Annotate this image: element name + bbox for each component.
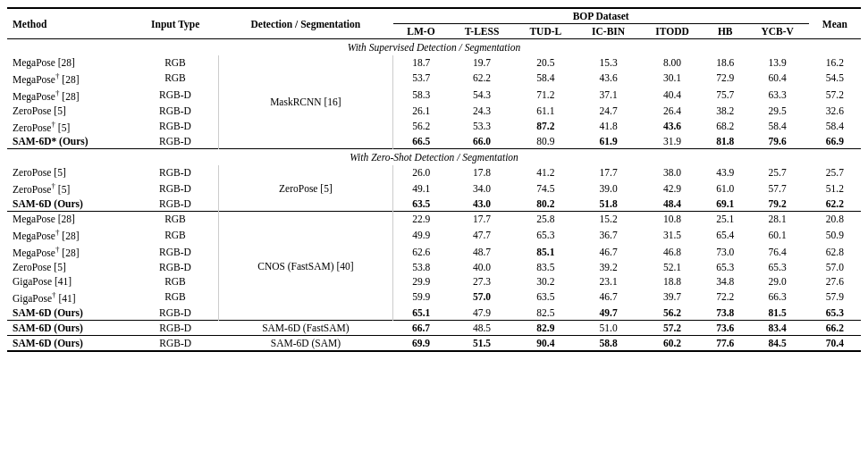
itodd-cell: 48.4 — [640, 197, 704, 212]
itodd-cell: 10.8 — [640, 212, 704, 227]
mean-cell: 70.4 — [809, 335, 861, 351]
tless-cell: 47.7 — [449, 226, 514, 243]
mean-cell: 32.6 — [809, 104, 861, 118]
detection-cell: SAM-6D (FastSAM) — [218, 320, 392, 335]
icbin-cell: 23.1 — [577, 274, 640, 289]
icbin-cell: 15.3 — [577, 55, 640, 70]
tudl-cell: 85.1 — [515, 243, 577, 260]
hb-cell: 81.8 — [704, 134, 746, 149]
table-row: GigaPose† [41] RGB 59.9 57.0 63.5 46.7 3… — [7, 289, 861, 306]
icbin-cell: 41.8 — [577, 118, 640, 135]
ycbv-cell: 13.9 — [746, 55, 809, 70]
tless-cell: 24.3 — [449, 104, 514, 118]
method-cell: MegaPose [28] — [7, 55, 132, 70]
method-cell: MegaPose† [28] — [7, 226, 132, 243]
method-cell: ZeroPose† [5] — [7, 180, 132, 197]
ycbv-cell: 60.1 — [746, 226, 809, 243]
ycbv-cell: 29.5 — [746, 104, 809, 118]
icbin-cell: 39.0 — [577, 180, 640, 197]
hb-cell: 72.9 — [704, 70, 746, 87]
itodd-cell: 18.8 — [640, 274, 704, 289]
hb-cell: 73.8 — [704, 306, 746, 321]
tudl-cell: 87.2 — [515, 118, 577, 135]
ycbv-header: YCB-V — [746, 24, 809, 39]
ycbv-cell: 66.3 — [746, 289, 809, 306]
icbin-cell: 46.7 — [577, 289, 640, 306]
lmo-cell: 69.9 — [393, 335, 450, 351]
itodd-cell: 56.2 — [640, 306, 704, 321]
detection-cell: MaskRCNN [16] — [218, 55, 392, 149]
hb-cell: 43.9 — [704, 165, 746, 180]
mean-cell: 54.5 — [809, 70, 861, 87]
ycbv-cell: 79.6 — [746, 134, 809, 149]
hb-cell: 61.0 — [704, 180, 746, 197]
tless-cell: 19.7 — [449, 55, 514, 70]
tless-cell: 34.0 — [449, 180, 514, 197]
mean-cell: 57.9 — [809, 289, 861, 306]
mean-cell: 57.0 — [809, 260, 861, 274]
tudl-cell: 20.5 — [515, 55, 577, 70]
hb-cell: 73.0 — [704, 243, 746, 260]
ycbv-cell: 83.4 — [746, 320, 809, 335]
input-cell: RGB-D — [132, 134, 218, 149]
tudl-cell: 63.5 — [515, 289, 577, 306]
mean-cell: 16.2 — [809, 55, 861, 70]
method-cell: SAM-6D (Ours) — [7, 320, 132, 335]
icbin-cell: 43.6 — [577, 70, 640, 87]
method-cell: ZeroPose [5] — [7, 165, 132, 180]
table-row: ZeroPose [5] RGB-D 26.1 24.3 61.1 24.7 2… — [7, 104, 861, 118]
method-cell: SAM-6D* (Ours) — [7, 134, 132, 149]
mean-cell: 66.2 — [809, 320, 861, 335]
method-cell: MegaPose† [28] — [7, 243, 132, 260]
detection-cell: CNOS (FastSAM) [40] — [218, 212, 392, 320]
mean-cell: 25.7 — [809, 165, 861, 180]
input-cell: RGB-D — [132, 243, 218, 260]
lmo-cell: 62.6 — [393, 243, 450, 260]
table-row: MegaPose† [28] RGB 53.7 62.2 58.4 43.6 3… — [7, 70, 861, 87]
mean-cell: 62.8 — [809, 243, 861, 260]
icbin-cell: 49.7 — [577, 306, 640, 321]
hb-cell: 25.1 — [704, 212, 746, 227]
tudl-cell: 41.2 — [515, 165, 577, 180]
tless-cell: 17.8 — [449, 165, 514, 180]
mean-cell: 51.2 — [809, 180, 861, 197]
tudl-cell: 58.4 — [515, 70, 577, 87]
mean-cell: 62.2 — [809, 197, 861, 212]
itodd-cell: 42.9 — [640, 180, 704, 197]
table-row: ZeroPose [5] RGB-D 53.8 40.0 83.5 39.2 5… — [7, 260, 861, 274]
input-cell: RGB-D — [132, 320, 218, 335]
tless-cell: 27.3 — [449, 274, 514, 289]
ycbv-cell: 29.0 — [746, 274, 809, 289]
input-cell: RGB-D — [132, 118, 218, 135]
lmo-cell: 53.8 — [393, 260, 450, 274]
section-header-zeroshot: With Zero-Shot Detection / Segmentation — [7, 149, 861, 166]
mean-cell: 27.6 — [809, 274, 861, 289]
table-row: MegaPose [28] RGB MaskRCNN [16] 18.7 19.… — [7, 55, 861, 70]
tudl-header: TUD-L — [515, 24, 577, 39]
method-cell: ZeroPose [5] — [7, 260, 132, 274]
itodd-cell: 30.1 — [640, 70, 704, 87]
lmo-cell: 66.7 — [393, 320, 450, 335]
method-cell: SAM-6D (Ours) — [7, 335, 132, 351]
icbin-cell: 61.9 — [577, 134, 640, 149]
table-row: MegaPose† [28] RGB-D 58.3 54.3 71.2 37.1… — [7, 87, 861, 104]
section-header-supervised: With Supervised Detection / Segmentation — [7, 39, 861, 56]
tless-cell: 40.0 — [449, 260, 514, 274]
ycbv-cell: 58.4 — [746, 118, 809, 135]
icbin-cell: 24.7 — [577, 104, 640, 118]
lmo-cell: 26.1 — [393, 104, 450, 118]
header-row: Method Input Type Detection / Segmentati… — [7, 8, 861, 24]
tless-cell: 54.3 — [449, 87, 514, 104]
tudl-cell: 30.2 — [515, 274, 577, 289]
icbin-cell: 39.2 — [577, 260, 640, 274]
ycbv-cell: 79.2 — [746, 197, 809, 212]
method-cell: GigaPose [41] — [7, 274, 132, 289]
mean-cell: 50.9 — [809, 226, 861, 243]
table-row: ZeroPose† [5] RGB-D 49.1 34.0 74.5 39.0 … — [7, 180, 861, 197]
method-cell: MegaPose† [28] — [7, 70, 132, 87]
table-row: GigaPose [41] RGB 29.9 27.3 30.2 23.1 18… — [7, 274, 861, 289]
table-row: SAM-6D (Ours) RGB-D 63.5 43.0 80.2 51.8 … — [7, 197, 861, 212]
itodd-cell: 38.0 — [640, 165, 704, 180]
method-cell: ZeroPose† [5] — [7, 118, 132, 135]
itodd-cell: 8.00 — [640, 55, 704, 70]
